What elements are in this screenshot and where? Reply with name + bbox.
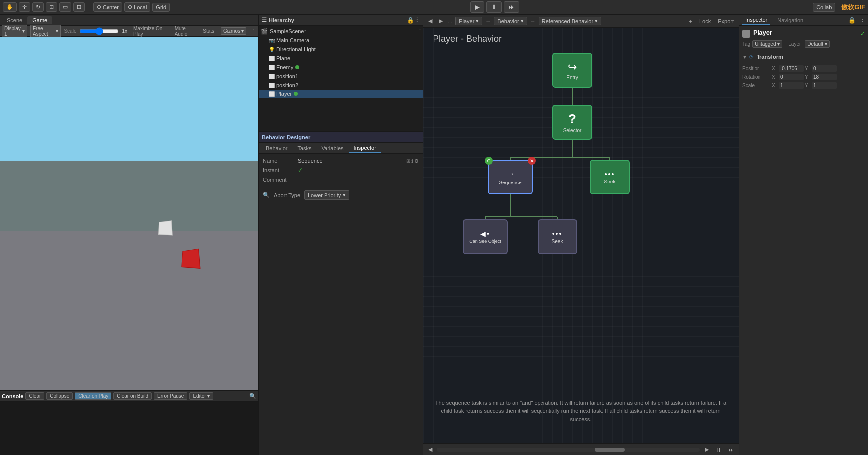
hierarchy-panel: ☰ Hierarchy 🔒 ⋮ 🎬 SampleScene* ⋮ 📷 Main …	[259, 15, 423, 132]
back-button[interactable]: ◀	[426, 17, 434, 25]
seek-bottom-node[interactable]: ••• Seek	[538, 219, 577, 254]
bd-comment-field: Comment	[263, 177, 419, 182]
info-icon[interactable]: ℹ	[411, 158, 413, 164]
space-dropdown[interactable]: ⊕ Local	[124, 2, 150, 12]
scale-tool[interactable]: ⊡	[46, 2, 57, 12]
inspector-tab[interactable]: Inspector	[742, 16, 770, 25]
layer-dropdown[interactable]: Default ▾	[805, 40, 829, 48]
pause-small-button[interactable]: ⏸	[714, 446, 723, 454]
scene-tab[interactable]: Scene	[2, 16, 27, 24]
bd-tab-inspector[interactable]: Inspector	[349, 144, 381, 153]
g-badge: G	[485, 157, 493, 165]
inspector-panel: Inspector Navigation 🔒 ⋮ Player ✓ Tag Un…	[739, 15, 868, 455]
chevron-down-icon: ▾	[595, 18, 598, 24]
tag-dropdown[interactable]: Untagged ▾	[752, 40, 782, 48]
step-button[interactable]: ⏭	[504, 1, 519, 13]
menu-dots[interactable]: ⋮	[251, 28, 256, 34]
transform-tool[interactable]: ⊞	[73, 2, 85, 12]
rect-tool[interactable]: ▭	[59, 2, 71, 12]
horizontal-scrollbar[interactable]	[437, 448, 700, 452]
chevron-down-icon: ▾	[825, 41, 827, 47]
bd-tab-behavior[interactable]: Behavior	[261, 144, 292, 152]
bg-bottom: ◀ ▶ ⏸ ⏭	[423, 443, 739, 455]
arrow-icon: →	[530, 18, 536, 24]
clear-on-build-button[interactable]: Clear on Build	[113, 392, 152, 400]
editor-dropdown[interactable]: Editor ▾	[189, 392, 213, 400]
hierarchy-scene[interactable]: 🎬 SampleScene* ⋮	[259, 27, 423, 36]
hierarchy-icon: ☰	[262, 17, 267, 23]
scrollbar-thumb	[595, 448, 625, 452]
rotate-tool[interactable]: ↻	[32, 2, 44, 12]
can-see-node[interactable]: ◀• Can See Object	[463, 219, 508, 254]
watermark: 傲软GIF	[841, 3, 865, 12]
gear-icon[interactable]: ⚙	[414, 158, 419, 164]
entry-node[interactable]: ↪ Entry	[552, 53, 592, 88]
sequence-icon: →	[506, 169, 515, 179]
sequence-node[interactable]: G → Sequence ✕	[488, 160, 533, 194]
hand-tool[interactable]: ✋	[3, 2, 17, 12]
active-checkbox[interactable]: ✓	[860, 30, 865, 37]
plus-button[interactable]: +	[687, 17, 694, 25]
game-tab[interactable]: Game	[27, 16, 52, 24]
collapse-button[interactable]: Collapse	[46, 392, 73, 400]
copy-icon[interactable]: ⊞	[406, 158, 410, 164]
pause-button[interactable]: ⏸	[486, 1, 502, 13]
hierarchy-item[interactable]: 💡 Directional Light	[259, 45, 423, 54]
grid-dropdown[interactable]: Grid	[152, 3, 170, 12]
green-dot	[294, 92, 298, 96]
player-icon: ⬜	[269, 91, 275, 97]
bg-canvas[interactable]: Player - Behavior	[423, 28, 739, 443]
inspector-menu[interactable]: ⋮	[860, 17, 865, 23]
scene-menu[interactable]: ⋮	[417, 28, 423, 35]
entry-icon: ↪	[568, 61, 577, 74]
chevron-down-icon: ▾	[22, 28, 25, 34]
scale-field: Scale X 1 Y 1	[742, 82, 865, 89]
scale-slider[interactable]	[79, 27, 119, 35]
export-button[interactable]: Export	[716, 17, 736, 25]
lock-button[interactable]: Lock	[697, 17, 713, 25]
forward-button[interactable]: ▶	[437, 17, 445, 25]
object-icon: ⬜	[269, 74, 275, 79]
hierarchy-item[interactable]: ⬜ position2	[259, 81, 423, 90]
minus-button[interactable]: -	[678, 17, 684, 25]
seek-right-node[interactable]: ••• Seek	[590, 160, 630, 194]
navigation-tab[interactable]: Navigation	[774, 16, 806, 24]
green-dot	[295, 65, 299, 69]
chevron-down-icon: ▾	[343, 192, 346, 198]
collab-button[interactable]: Collab	[813, 3, 835, 12]
bd-tab-tasks[interactable]: Tasks	[292, 144, 316, 152]
view-tabs: Scene Game	[0, 15, 258, 26]
play-button[interactable]: ▶	[470, 1, 484, 13]
clear-on-play-button[interactable]: Clear on Play	[75, 392, 111, 400]
move-tool[interactable]: ✛	[19, 2, 30, 12]
gizmos-dropdown[interactable]: Gizmos ▾	[221, 27, 246, 35]
hierarchy-item[interactable]: ⬜ Enemy	[259, 63, 423, 72]
display-dropdown[interactable]: Display 1 ▾	[2, 25, 27, 38]
hierarchy-item[interactable]: 📷 Main Camera	[259, 36, 423, 45]
pivot-dropdown[interactable]: ⊙ Center	[93, 2, 122, 12]
clear-button[interactable]: Clear	[25, 392, 44, 400]
seek-icon: •••	[605, 170, 615, 178]
hierarchy-item[interactable]: ⬜ Plane	[259, 54, 423, 63]
hierarchy-item[interactable]: ⬜ position1	[259, 72, 423, 81]
selector-node[interactable]: ? Selector	[552, 105, 592, 140]
step-small-button[interactable]: ⏭	[726, 446, 736, 454]
aspect-dropdown[interactable]: Free Aspect ▾	[30, 25, 61, 38]
hierarchy-menu[interactable]: ⋮	[414, 17, 420, 23]
graph-title: Player - Behavior	[433, 34, 502, 44]
abort-type-dropdown[interactable]: Lower Priority ▾	[304, 190, 349, 200]
behavior-dropdown[interactable]: Behavior ▾	[494, 17, 527, 25]
position-field: Position X -0.1706 Y 0	[742, 65, 865, 72]
space-icon: ⊕	[128, 4, 132, 10]
component-header: ▼ ⟳ Transform	[742, 52, 865, 62]
expand-icon[interactable]: ▼	[742, 54, 747, 60]
referenced-dropdown[interactable]: Referenced Behavior ▾	[539, 17, 601, 25]
hierarchy-item-player[interactable]: ⬜ Player	[259, 90, 423, 98]
prev-button[interactable]: ◀	[426, 445, 434, 454]
console-content	[0, 402, 258, 455]
error-pause-button[interactable]: Error Pause	[154, 392, 187, 400]
hierarchy-header: ☰ Hierarchy 🔒 ⋮	[259, 15, 423, 26]
player-dropdown[interactable]: Player ▾	[455, 17, 482, 25]
play-small-button[interactable]: ▶	[703, 445, 711, 454]
bd-tab-variables[interactable]: Variables	[317, 144, 349, 152]
